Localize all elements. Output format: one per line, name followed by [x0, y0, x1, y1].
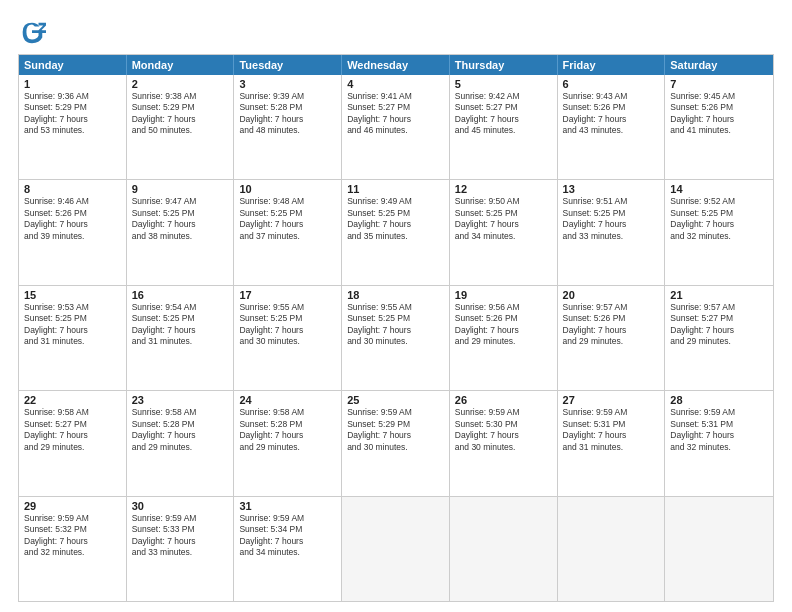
- calendar-cell-5: 5 Sunrise: 9:42 AM Sunset: 5:27 PM Dayli…: [450, 75, 558, 179]
- calendar-cell-7: 7 Sunrise: 9:45 AM Sunset: 5:26 PM Dayli…: [665, 75, 773, 179]
- daylight-text: Daylight: 7 hours: [132, 430, 229, 441]
- daylight-text: Daylight: 7 hours: [24, 219, 121, 230]
- daylight-text: Daylight: 7 hours: [455, 430, 552, 441]
- sunrise-text: Sunrise: 9:58 AM: [239, 407, 336, 418]
- day-header-tuesday: Tuesday: [234, 55, 342, 75]
- sunrise-text: Sunrise: 9:41 AM: [347, 91, 444, 102]
- day-number: 6: [563, 78, 660, 90]
- daylight-text: Daylight: 7 hours: [563, 325, 660, 336]
- calendar-cell-31: 31 Sunrise: 9:59 AM Sunset: 5:34 PM Dayl…: [234, 497, 342, 601]
- daylight-minutes: and 50 minutes.: [132, 125, 229, 136]
- daylight-text: Daylight: 7 hours: [670, 325, 768, 336]
- sunset-text: Sunset: 5:32 PM: [24, 524, 121, 535]
- day-header-saturday: Saturday: [665, 55, 773, 75]
- calendar-cell-28: 28 Sunrise: 9:59 AM Sunset: 5:31 PM Dayl…: [665, 391, 773, 495]
- sunset-text: Sunset: 5:28 PM: [132, 419, 229, 430]
- day-number: 15: [24, 289, 121, 301]
- day-number: 14: [670, 183, 768, 195]
- daylight-minutes: and 34 minutes.: [239, 547, 336, 558]
- daylight-text: Daylight: 7 hours: [132, 325, 229, 336]
- sunrise-text: Sunrise: 9:48 AM: [239, 196, 336, 207]
- daylight-minutes: and 46 minutes.: [347, 125, 444, 136]
- calendar: SundayMondayTuesdayWednesdayThursdayFrid…: [18, 54, 774, 602]
- daylight-minutes: and 33 minutes.: [132, 547, 229, 558]
- daylight-text: Daylight: 7 hours: [239, 114, 336, 125]
- sunset-text: Sunset: 5:25 PM: [563, 208, 660, 219]
- daylight-minutes: and 38 minutes.: [132, 231, 229, 242]
- calendar-cell-empty: [450, 497, 558, 601]
- daylight-minutes: and 30 minutes.: [239, 336, 336, 347]
- daylight-minutes: and 34 minutes.: [455, 231, 552, 242]
- sunset-text: Sunset: 5:28 PM: [239, 419, 336, 430]
- daylight-minutes: and 33 minutes.: [563, 231, 660, 242]
- sunrise-text: Sunrise: 9:59 AM: [132, 513, 229, 524]
- daylight-text: Daylight: 7 hours: [455, 219, 552, 230]
- daylight-text: Daylight: 7 hours: [670, 219, 768, 230]
- calendar-cell-20: 20 Sunrise: 9:57 AM Sunset: 5:26 PM Dayl…: [558, 286, 666, 390]
- calendar-cell-11: 11 Sunrise: 9:49 AM Sunset: 5:25 PM Dayl…: [342, 180, 450, 284]
- day-number: 2: [132, 78, 229, 90]
- day-number: 13: [563, 183, 660, 195]
- sunset-text: Sunset: 5:28 PM: [239, 102, 336, 113]
- sunset-text: Sunset: 5:27 PM: [455, 102, 552, 113]
- sunset-text: Sunset: 5:25 PM: [455, 208, 552, 219]
- sunset-text: Sunset: 5:25 PM: [24, 313, 121, 324]
- calendar-cell-empty: [342, 497, 450, 601]
- sunrise-text: Sunrise: 9:46 AM: [24, 196, 121, 207]
- sunrise-text: Sunrise: 9:59 AM: [24, 513, 121, 524]
- day-number: 22: [24, 394, 121, 406]
- sunset-text: Sunset: 5:25 PM: [670, 208, 768, 219]
- sunrise-text: Sunrise: 9:56 AM: [455, 302, 552, 313]
- calendar-cell-1: 1 Sunrise: 9:36 AM Sunset: 5:29 PM Dayli…: [19, 75, 127, 179]
- calendar-cell-17: 17 Sunrise: 9:55 AM Sunset: 5:25 PM Dayl…: [234, 286, 342, 390]
- sunset-text: Sunset: 5:25 PM: [132, 208, 229, 219]
- calendar-cell-30: 30 Sunrise: 9:59 AM Sunset: 5:33 PM Dayl…: [127, 497, 235, 601]
- sunrise-text: Sunrise: 9:59 AM: [455, 407, 552, 418]
- day-number: 18: [347, 289, 444, 301]
- daylight-text: Daylight: 7 hours: [132, 219, 229, 230]
- sunset-text: Sunset: 5:25 PM: [347, 313, 444, 324]
- daylight-text: Daylight: 7 hours: [239, 430, 336, 441]
- sunset-text: Sunset: 5:25 PM: [239, 208, 336, 219]
- sunrise-text: Sunrise: 9:47 AM: [132, 196, 229, 207]
- sunrise-text: Sunrise: 9:59 AM: [563, 407, 660, 418]
- sunset-text: Sunset: 5:27 PM: [24, 419, 121, 430]
- sunrise-text: Sunrise: 9:52 AM: [670, 196, 768, 207]
- calendar-cell-12: 12 Sunrise: 9:50 AM Sunset: 5:25 PM Dayl…: [450, 180, 558, 284]
- sunrise-text: Sunrise: 9:55 AM: [239, 302, 336, 313]
- daylight-text: Daylight: 7 hours: [670, 430, 768, 441]
- sunrise-text: Sunrise: 9:59 AM: [347, 407, 444, 418]
- daylight-text: Daylight: 7 hours: [563, 219, 660, 230]
- daylight-minutes: and 37 minutes.: [239, 231, 336, 242]
- day-number: 9: [132, 183, 229, 195]
- daylight-minutes: and 29 minutes.: [239, 442, 336, 453]
- sunrise-text: Sunrise: 9:38 AM: [132, 91, 229, 102]
- calendar-cell-15: 15 Sunrise: 9:53 AM Sunset: 5:25 PM Dayl…: [19, 286, 127, 390]
- daylight-minutes: and 29 minutes.: [24, 442, 121, 453]
- calendar-cell-25: 25 Sunrise: 9:59 AM Sunset: 5:29 PM Dayl…: [342, 391, 450, 495]
- day-number: 1: [24, 78, 121, 90]
- calendar-cell-22: 22 Sunrise: 9:58 AM Sunset: 5:27 PM Dayl…: [19, 391, 127, 495]
- daylight-text: Daylight: 7 hours: [563, 430, 660, 441]
- calendar-row: 29 Sunrise: 9:59 AM Sunset: 5:32 PM Dayl…: [19, 496, 773, 601]
- daylight-text: Daylight: 7 hours: [455, 114, 552, 125]
- sunrise-text: Sunrise: 9:57 AM: [563, 302, 660, 313]
- calendar-row: 8 Sunrise: 9:46 AM Sunset: 5:26 PM Dayli…: [19, 179, 773, 284]
- day-number: 29: [24, 500, 121, 512]
- day-number: 16: [132, 289, 229, 301]
- daylight-text: Daylight: 7 hours: [670, 114, 768, 125]
- daylight-minutes: and 29 minutes.: [455, 336, 552, 347]
- sunrise-text: Sunrise: 9:54 AM: [132, 302, 229, 313]
- daylight-minutes: and 32 minutes.: [670, 231, 768, 242]
- calendar-cell-18: 18 Sunrise: 9:55 AM Sunset: 5:25 PM Dayl…: [342, 286, 450, 390]
- sunrise-text: Sunrise: 9:59 AM: [670, 407, 768, 418]
- sunrise-text: Sunrise: 9:42 AM: [455, 91, 552, 102]
- daylight-minutes: and 31 minutes.: [132, 336, 229, 347]
- daylight-minutes: and 30 minutes.: [347, 336, 444, 347]
- calendar-cell-27: 27 Sunrise: 9:59 AM Sunset: 5:31 PM Dayl…: [558, 391, 666, 495]
- sunset-text: Sunset: 5:31 PM: [670, 419, 768, 430]
- day-number: 24: [239, 394, 336, 406]
- day-number: 27: [563, 394, 660, 406]
- calendar-row: 22 Sunrise: 9:58 AM Sunset: 5:27 PM Dayl…: [19, 390, 773, 495]
- calendar-cell-empty: [665, 497, 773, 601]
